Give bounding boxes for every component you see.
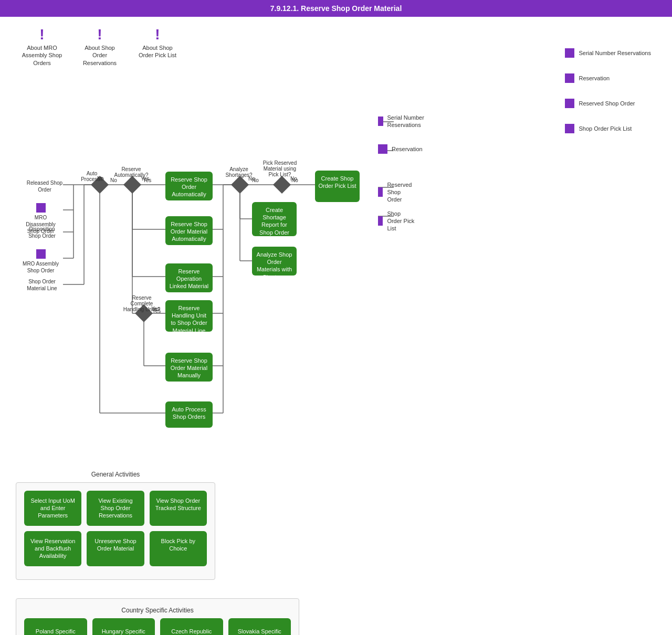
general-activities-row-1: Select Input UoM and Enter Parameters Vi… [24,491,207,526]
input-label-mro-assembly: MRO Assembly Shop Order [21,260,60,274]
decision-pick [273,176,291,194]
btn-view-existing[interactable]: View Existing Shop Order Reservations [87,491,144,526]
title-bar: 7.9.12.1. Reserve Shop Order Material [0,0,672,17]
info-icon-label-3: About Shop Order Pick List [136,44,178,59]
legend-flow-label-picklist: Shop Order Pick List [387,210,415,232]
btn-unreserve[interactable]: Unreserve Shop Order Material [87,531,144,566]
box-label-analyze-shortage: Analyze Shop Order Materials with Shorta… [257,251,292,280]
btn-block-pick[interactable]: Block Pick by Choice [150,531,207,566]
legend-flow-square-reserved-order [378,187,383,197]
box-create-pick-list[interactable]: Create Shop Order Pick List [315,171,360,202]
legend-area: Serial Number Reservations Reservation R… [565,48,651,133]
legend-reserved-shop-order: Reserved Shop Order [565,99,651,108]
box-label-shortage-report: Create Shortage Report for Shop Order [259,207,289,236]
legend-flow-reservation: Reservation [378,144,423,154]
box-reserve-auto[interactable]: Reserve Shop Order Automatically [165,172,213,200]
legend-flow-square-serial [378,117,383,126]
btn-hungary[interactable]: Hungary Specific [92,618,155,635]
legend-serial-number: Serial Number Reservations [565,48,651,58]
general-activities-row-2: View Reservation and Backflush Availabil… [24,531,207,566]
label-pick: Pick Reserved Material using Pick List? [261,160,298,177]
box-label-reserve-manually: Reserve Shop Order Material Manually [171,357,207,379]
input-released-shop-order: Released Shop Order [26,179,63,193]
decision-reserve-auto [123,176,141,194]
info-icon-mro-assembly: ! About MRO Assembly Shop Orders [21,27,63,67]
info-icon-label-1: About MRO Assembly Shop Orders [21,44,63,67]
square-mro-disassembly [36,203,46,213]
flow-svg: No Yes Yes [16,82,415,439]
box-analyze-shortage[interactable]: Analyze Shop Order Materials with Shorta… [252,247,297,276]
legend-square-serial [565,48,574,58]
legend-label-serial: Serial Number Reservations [579,49,651,57]
flow-container: No Yes Yes [16,82,415,439]
country-activities-section: Country Specific Activities Poland Speci… [16,598,299,635]
box-reserve-material-auto[interactable]: Reserve Shop Order Material Automaticall… [165,216,213,245]
input-label-released: Released Shop Order [26,179,63,193]
info-icon-label-2: About Shop Order Reservations [79,44,121,67]
svg-text:No: No [110,177,117,183]
btn-view-tracked[interactable]: View Shop Order Tracked Structure [150,491,207,526]
legend-square-picklist [565,124,574,133]
legend-square-reserved [565,99,574,108]
legend-label-reservation: Reservation [579,75,610,82]
box-label-reserve-material-auto: Reserve Shop Order Material Automaticall… [171,221,207,242]
flow-label-yes-1: Yes [141,176,149,182]
legend-flow-label-reserved-order: Reserved Shop Order [387,181,416,204]
box-reserve-operation[interactable]: Reserve Operation Linked Material [165,263,213,292]
btn-view-reservation[interactable]: View Reservation and Backflush Availabil… [24,531,81,566]
btn-poland[interactable]: Poland Specific [24,618,87,635]
legend-flow-square-picklist [378,216,383,226]
input-label-material-line: Shop Order Material Line [24,278,60,292]
box-label-reserve-operation: Reserve Operation Linked Material [170,268,209,290]
legend-pick-list: Shop Order Pick List [565,124,651,133]
info-icons-row: ! About MRO Assembly Shop Orders ! About… [16,27,656,67]
box-label-create-pick-list: Create Shop Order Pick List [318,175,356,189]
legend-label-reserved: Reserved Shop Order [579,100,635,107]
box-label-auto-process: Auto Process Shop Orders [172,406,206,420]
legend-flow-picklist: Shop Order Pick List [378,210,415,232]
decision-analyze [231,176,249,194]
square-mro-assembly [36,249,46,259]
box-shortage-report[interactable]: Create Shortage Report for Shop Order [252,202,297,236]
box-auto-process[interactable]: Auto Process Shop Orders [165,401,213,428]
input-label-disposition: Disposition Shop Order [24,226,60,239]
info-icon-reservations: ! About Shop Order Reservations [79,27,121,67]
input-mro-assembly: MRO Assembly Shop Order [21,249,60,274]
legend-flow-square-reservation [378,144,387,154]
exclamation-icon-1: ! [39,27,44,42]
page-title: 7.9.12.1. Reserve Shop Order Material [270,4,402,13]
box-label-reserve-auto: Reserve Shop Order Automatically [171,176,207,198]
btn-czech[interactable]: Czech Republic Specific [160,618,223,635]
flow-label-no-3: No [290,176,297,182]
legend-label-picklist: Shop Order Pick List [579,125,632,132]
legend-flow-label-serial: Serial Number Reservations [387,114,426,129]
box-reserve-handling-unit[interactable]: Reserve Handling Unit to Shop Order Mate… [165,300,213,332]
box-label-reserve-handling: Reserve Handling Unit to Shop Order Mate… [171,305,207,334]
box-reserve-manually[interactable]: Reserve Shop Order Material Manually [165,353,213,382]
flow-label-no-2: No [248,176,255,182]
legend-square-reservation [565,73,574,83]
btn-slovakia[interactable]: Slovakia Specific [228,618,291,635]
legend-flow-serial: Serial Number Reservations [378,114,425,129]
legend-flow-reserved-order: Reserved Shop Order [378,181,416,204]
general-activities-container: Select Input UoM and Enter Parameters Vi… [16,482,215,580]
general-activities-section: General Activities Select Input UoM and … [16,471,215,580]
bottom-sections: General Activities Select Input UoM and … [16,450,656,635]
flow-label-yes-2: Yes [152,308,161,314]
exclamation-icon-2: ! [97,27,102,42]
country-activities-title: Country Specific Activities [24,607,291,614]
legend-reservation: Reservation [565,73,651,83]
input-material-line: Shop Order Material Line [24,278,60,292]
legend-flow-label-reservation: Reservation [392,145,423,153]
input-disposition: Disposition Shop Order [24,226,60,239]
info-icon-picklist: ! About Shop Order Pick List [136,27,178,59]
exclamation-icon-3: ! [155,27,160,42]
country-activities-row: Poland Specific Hungary Specific Czech R… [24,618,291,635]
flow-label-no-1: No [97,176,104,182]
btn-select-input[interactable]: Select Input UoM and Enter Parameters [24,491,81,526]
general-activities-title: General Activities [16,471,215,478]
